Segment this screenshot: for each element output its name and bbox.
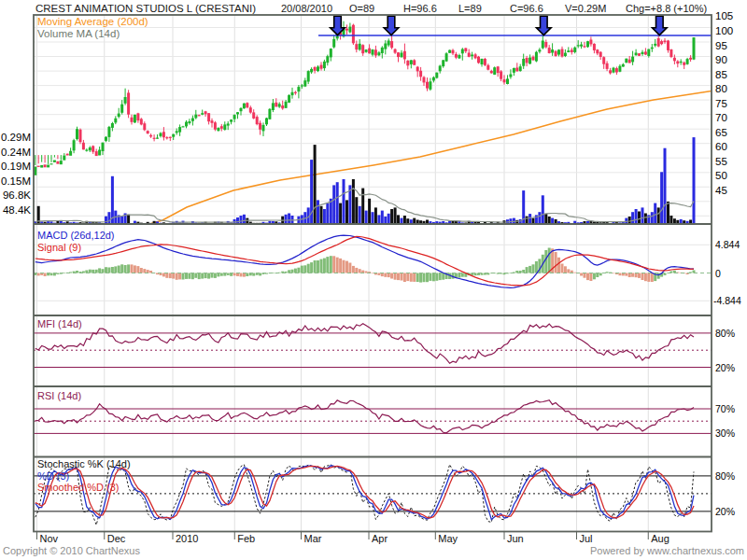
svg-text:105: 105 — [715, 10, 733, 21]
svg-text:Smoothed %D (3): Smoothed %D (3) — [37, 482, 119, 493]
svg-text:75: 75 — [715, 98, 727, 109]
svg-text:100: 100 — [715, 25, 733, 36]
svg-text:Volume MA (14d): Volume MA (14d) — [37, 28, 120, 39]
svg-text:50: 50 — [715, 170, 727, 181]
svg-text:%D (3): %D (3) — [37, 470, 69, 482]
svg-text:55: 55 — [715, 156, 727, 167]
svg-text:Signal (9): Signal (9) — [37, 242, 81, 253]
svg-text:4.844: 4.844 — [715, 239, 740, 250]
svg-text:0: 0 — [715, 268, 721, 279]
svg-text:96.8K: 96.8K — [3, 189, 31, 201]
svg-text:90: 90 — [715, 54, 727, 65]
svg-text:85: 85 — [715, 69, 727, 80]
svg-text:H=96.6: H=96.6 — [403, 3, 437, 14]
svg-text:80%: 80% — [715, 328, 735, 339]
svg-text:30%: 30% — [715, 427, 735, 439]
svg-text:Apr: Apr — [372, 533, 388, 544]
svg-text:48.4K: 48.4K — [3, 204, 31, 216]
svg-text:V=0.29M: V=0.29M — [565, 3, 606, 14]
svg-text:80%: 80% — [715, 470, 735, 482]
svg-text:C=96.6: C=96.6 — [510, 3, 543, 14]
svg-text:0.19M: 0.19M — [1, 161, 31, 172]
svg-text:20/08/2010: 20/08/2010 — [281, 3, 332, 14]
svg-text:Mar: Mar — [304, 533, 322, 544]
svg-text:Nov: Nov — [40, 533, 59, 544]
svg-text:Aug: Aug — [651, 533, 669, 544]
svg-text:20%: 20% — [715, 506, 735, 517]
svg-text:Dec: Dec — [107, 533, 126, 544]
svg-text:MFI (14d): MFI (14d) — [37, 318, 82, 329]
svg-text:L=89: L=89 — [458, 3, 482, 14]
svg-text:80: 80 — [715, 83, 727, 94]
svg-text:Chg=+8.8 (+10%): Chg=+8.8 (+10%) — [626, 3, 707, 14]
svg-text:Moving Average (200d): Moving Average (200d) — [37, 16, 148, 27]
svg-text:2010: 2010 — [176, 533, 198, 544]
svg-text:Powered by www.chartnexus.com: Powered by www.chartnexus.com — [590, 545, 744, 556]
svg-text:O=89: O=89 — [349, 3, 374, 14]
svg-text:0.24M: 0.24M — [1, 147, 31, 158]
svg-text:0.15M: 0.15M — [1, 175, 31, 187]
svg-text:Jun: Jun — [507, 533, 524, 544]
svg-text:Jul: Jul — [580, 533, 593, 544]
svg-text:70%: 70% — [715, 403, 735, 414]
svg-text:RSI (14d): RSI (14d) — [37, 390, 81, 401]
svg-text:-4.844: -4.844 — [713, 295, 741, 306]
svg-text:0.29M: 0.29M — [1, 132, 31, 143]
svg-text:45: 45 — [715, 185, 727, 196]
svg-text:Feb: Feb — [237, 533, 255, 544]
svg-text:95: 95 — [715, 40, 727, 51]
svg-text:20%: 20% — [715, 362, 735, 373]
svg-text:70: 70 — [715, 112, 727, 123]
svg-text:Stochastic %K (14d): Stochastic %K (14d) — [37, 458, 131, 469]
svg-text:May: May — [438, 533, 458, 544]
svg-text:65: 65 — [715, 127, 727, 138]
svg-text:60: 60 — [715, 141, 727, 152]
svg-text:MACD (26d,12d): MACD (26d,12d) — [37, 230, 115, 241]
svg-text:CREST ANIMATION STUDIOS L (CRE: CREST ANIMATION STUDIOS L (CRESTANI) — [35, 3, 256, 14]
svg-text:Copyright © 2010 ChartNexus: Copyright © 2010 ChartNexus — [3, 545, 140, 556]
